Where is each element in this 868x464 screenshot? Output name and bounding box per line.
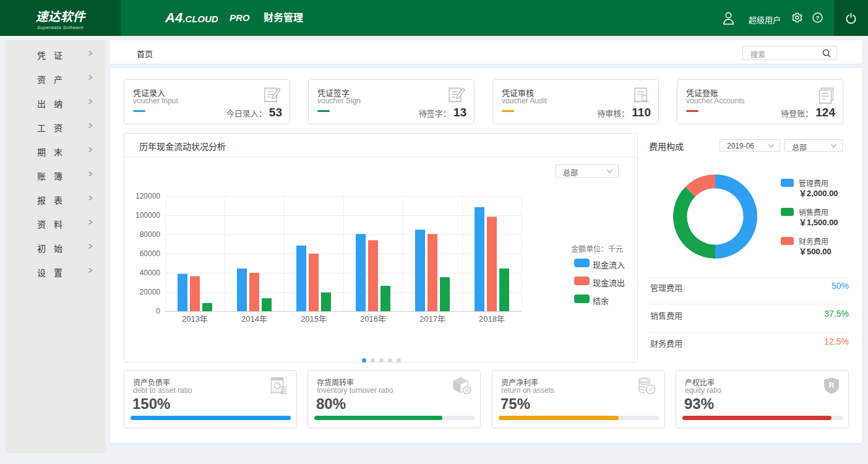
svg-text:R: R (829, 381, 835, 390)
svg-text:40000: 40000 (140, 269, 161, 277)
svg-text:60000: 60000 (140, 249, 161, 258)
svg-text:2018年: 2018年 (479, 314, 505, 324)
svg-text:20000: 20000 (140, 288, 161, 296)
svg-text:2017年: 2017年 (419, 314, 445, 324)
svg-text:2015年: 2015年 (301, 314, 327, 324)
svg-text:2014年: 2014年 (241, 314, 267, 324)
svg-text:2016年: 2016年 (360, 314, 386, 324)
svg-text:80000: 80000 (140, 230, 161, 239)
svg-text:0: 0 (156, 307, 160, 316)
svg-text:?: ? (816, 14, 820, 21)
svg-text:120000: 120000 (135, 192, 160, 200)
svg-text:100000: 100000 (135, 211, 160, 220)
svg-text:2013年: 2013年 (182, 314, 208, 324)
